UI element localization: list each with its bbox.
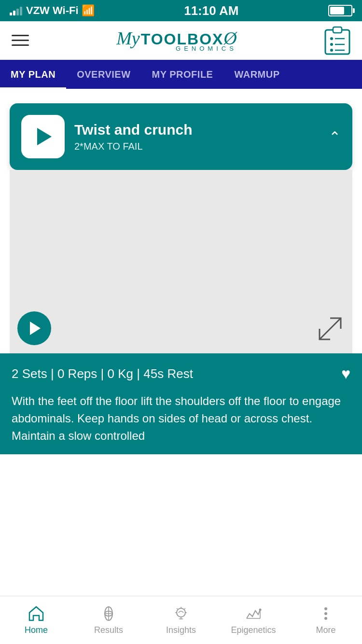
video-play-icon bbox=[30, 322, 41, 335]
svg-point-26 bbox=[324, 617, 327, 620]
rest-value: 45s Rest bbox=[143, 366, 193, 381]
exercise-info: Twist and crunch 2*MAX TO FAIL bbox=[74, 122, 192, 152]
svg-line-8 bbox=[320, 318, 341, 339]
clipboard-button[interactable] bbox=[324, 26, 350, 55]
nav-results-label: Results bbox=[94, 625, 123, 635]
wifi-icon: 📶 bbox=[82, 4, 95, 17]
nav-tabs: MY PLAN OVERVIEW MY PROFILE WARMUP bbox=[0, 60, 362, 89]
tab-warmup[interactable]: WARMUP bbox=[223, 60, 290, 89]
status-left: VZW Wi-Fi 📶 bbox=[10, 4, 95, 17]
svg-line-20 bbox=[184, 608, 185, 609]
svg-point-25 bbox=[324, 612, 327, 615]
carrier-info: VZW Wi-Fi 📶 bbox=[26, 4, 95, 17]
logo-block: My TOOLBOX Ø GENOMICS bbox=[116, 29, 237, 52]
weight-value: 0 Kg bbox=[108, 366, 134, 381]
logo-my: My bbox=[116, 29, 140, 47]
description-area: With the feet off the floor lift the sho… bbox=[0, 392, 362, 454]
nav-results[interactable]: Results bbox=[72, 596, 145, 644]
tab-overview[interactable]: OVERVIEW bbox=[66, 60, 141, 89]
nav-insights[interactable]: Insights bbox=[145, 596, 217, 644]
signal-icon bbox=[10, 6, 22, 15]
favorite-button[interactable]: ♥ bbox=[341, 365, 350, 383]
stats-bar: 2 Sets | 0 Reps | 0 Kg | 45s Rest ♥ bbox=[0, 353, 362, 392]
insights-icon bbox=[172, 605, 190, 622]
home-icon bbox=[28, 605, 45, 622]
more-icon bbox=[317, 605, 334, 622]
svg-point-13 bbox=[177, 608, 185, 617]
svg-point-4 bbox=[330, 43, 333, 46]
bottom-nav: Home Results Insights bbox=[0, 596, 362, 644]
video-area bbox=[10, 170, 352, 353]
nav-insights-label: Insights bbox=[166, 625, 196, 635]
reps-value: 0 Reps bbox=[57, 366, 97, 381]
collapse-button[interactable]: ⌃ bbox=[329, 128, 341, 145]
exercise-subtitle: 2*MAX TO FAIL bbox=[74, 141, 192, 152]
nav-more[interactable]: More bbox=[290, 596, 362, 644]
carrier-text: VZW Wi-Fi bbox=[26, 4, 79, 17]
menu-button[interactable] bbox=[12, 35, 29, 46]
svg-point-24 bbox=[324, 607, 327, 610]
svg-point-6 bbox=[330, 49, 333, 52]
tab-my-plan[interactable]: MY PLAN bbox=[0, 60, 66, 89]
exercise-description: With the feet off the floor lift the sho… bbox=[12, 392, 350, 445]
video-play-button[interactable] bbox=[17, 311, 51, 345]
exercise-left: Twist and crunch 2*MAX TO FAIL bbox=[21, 115, 192, 158]
logo-genomics: GENOMICS bbox=[116, 45, 237, 52]
battery-icon bbox=[328, 5, 352, 16]
tab-my-profile[interactable]: MY PROFILE bbox=[141, 60, 224, 89]
nav-home[interactable]: Home bbox=[0, 596, 72, 644]
nav-epigenetics-label: Epigenetics bbox=[231, 625, 276, 635]
epigenetics-icon bbox=[245, 605, 262, 622]
exercise-card: Twist and crunch 2*MAX TO FAIL ⌃ bbox=[10, 103, 352, 170]
status-bar: VZW Wi-Fi 📶 11:10 AM bbox=[0, 0, 362, 21]
svg-rect-1 bbox=[333, 27, 342, 33]
video-placeholder bbox=[10, 170, 352, 353]
svg-point-23 bbox=[259, 609, 262, 611]
play-triangle-icon bbox=[37, 128, 52, 145]
results-icon bbox=[100, 605, 117, 622]
exercise-play-button[interactable] bbox=[21, 115, 65, 158]
time-display: 11:10 AM bbox=[184, 3, 238, 18]
app-logo: My TOOLBOX Ø GENOMICS bbox=[116, 29, 237, 52]
nav-more-label: More bbox=[316, 625, 335, 635]
app-header: My TOOLBOX Ø GENOMICS bbox=[0, 21, 362, 60]
svg-point-2 bbox=[330, 37, 333, 40]
svg-line-19 bbox=[177, 608, 178, 609]
stats-text: 2 Sets | 0 Reps | 0 Kg | 45s Rest bbox=[12, 366, 193, 381]
exercise-title: Twist and crunch bbox=[74, 122, 192, 138]
sets-value: 2 Sets bbox=[12, 366, 47, 381]
nav-home-label: Home bbox=[25, 625, 48, 635]
battery-fill bbox=[330, 7, 344, 14]
nav-epigenetics[interactable]: Epigenetics bbox=[217, 596, 290, 644]
expand-button[interactable] bbox=[316, 314, 345, 345]
